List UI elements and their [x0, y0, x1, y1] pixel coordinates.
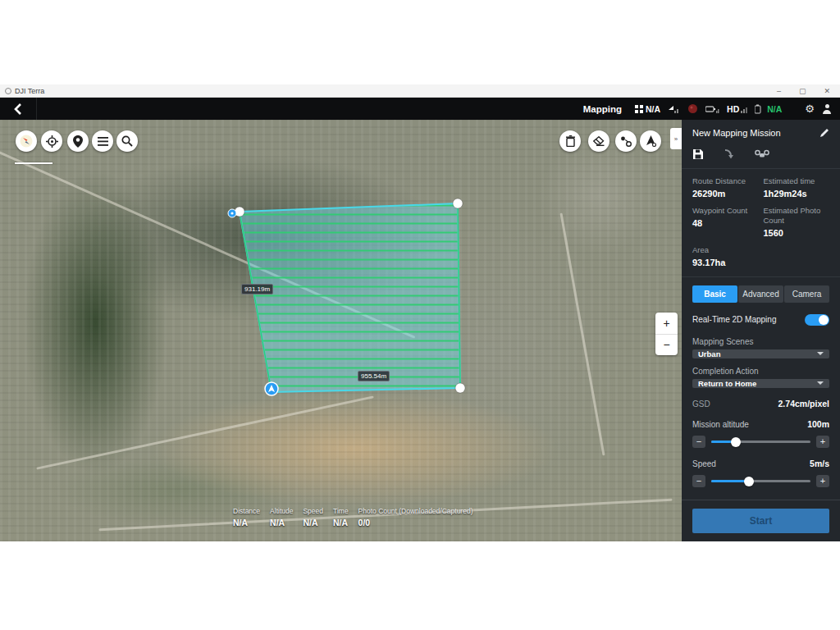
toolbar-separator: [36, 98, 37, 120]
route-start-dot: [231, 212, 233, 214]
rtk-status-value: N/A: [646, 104, 660, 114]
hd-link-status[interactable]: HD: [727, 104, 747, 114]
place-marker-button[interactable]: [67, 130, 89, 152]
satellite-map[interactable]: 931.19m 955.54m: [0, 120, 682, 541]
altitude-row: Mission altitude 100m: [682, 409, 840, 429]
search-button[interactable]: [116, 130, 138, 152]
mission-title: New Mapping Mission: [692, 128, 781, 138]
window-title: DJI Terra: [15, 87, 44, 95]
gsd-label: GSD: [692, 399, 710, 409]
drone-alert-status[interactable]: [687, 103, 698, 114]
mission-altitude-label: Mission altitude: [692, 420, 749, 429]
waypoint-nodes-icon: [620, 136, 632, 147]
upload-to-aircraft-button[interactable]: [755, 149, 769, 160]
top-toolbar: Mapping N/A: [0, 98, 840, 120]
mapping-scenes-value: Urban: [698, 349, 720, 358]
mission-area-polygon[interactable]: [240, 203, 460, 392]
speed-slider-track[interactable]: [711, 480, 810, 482]
save-mission-button[interactable]: [692, 148, 704, 160]
start-mission-button[interactable]: Start: [692, 509, 829, 533]
map-scale-bar: [15, 162, 52, 164]
import-route-button[interactable]: [724, 148, 735, 160]
rc-signal-icon: [668, 104, 680, 114]
telemetry-altitude: Altitude N/A: [270, 507, 293, 527]
minimize-button[interactable]: –: [777, 84, 781, 98]
trash-icon: [566, 135, 575, 147]
polygon-vertex-handle[interactable]: [455, 383, 465, 393]
mapping-scenes-select[interactable]: Urban: [692, 349, 829, 358]
completion-action-label: Completion Action: [682, 358, 840, 379]
link-status[interactable]: N/A: [755, 104, 782, 114]
mission-panel: New Mapping Mission: [682, 120, 840, 541]
search-icon: [121, 135, 133, 147]
back-button[interactable]: [0, 98, 36, 120]
compass-button[interactable]: [16, 130, 37, 152]
close-button[interactable]: ✕: [824, 84, 830, 98]
hd-signal-bars-icon: [741, 104, 747, 114]
rc-signal-status[interactable]: [668, 104, 680, 114]
speed-increase-button[interactable]: +: [816, 475, 829, 487]
delete-area-button[interactable]: [559, 130, 581, 152]
rtk-status[interactable]: N/A: [634, 104, 660, 114]
zoom-in-button[interactable]: +: [655, 313, 678, 335]
chevron-down-icon: [817, 352, 824, 355]
home-location-marker[interactable]: [265, 382, 278, 395]
altitude-decrease-button[interactable]: −: [692, 436, 705, 448]
account-person-icon[interactable]: [822, 104, 832, 114]
altitude-slider-handle[interactable]: [731, 437, 741, 447]
completion-action-select[interactable]: Return to Home: [692, 379, 829, 388]
telemetry-bar: Distance N/A Altitude N/A Speed N/A Time…: [233, 507, 472, 527]
tab-advanced[interactable]: Advanced: [738, 285, 783, 303]
edit-pencil-icon[interactable]: [819, 128, 829, 138]
stat-route-distance: Route Distance 26290m: [692, 176, 759, 199]
waypoint-edit-button[interactable]: [615, 130, 637, 152]
rtk-grid-icon: [634, 104, 644, 114]
mission-mode-label: Mapping: [583, 104, 622, 114]
aircraft-icon: [646, 135, 656, 147]
mapping-scenes-label: Mapping Scenes: [682, 329, 840, 349]
realtime-2d-mapping-label: Real-Time 2D Mapping: [692, 315, 776, 324]
list-icon: [98, 137, 108, 146]
speed-decrease-button[interactable]: −: [692, 475, 705, 487]
edge-length-tag: 931.19m: [241, 284, 273, 294]
speed-slider: − +: [682, 468, 840, 487]
locate-aircraft-button[interactable]: [640, 130, 661, 152]
gsd-value: 2.74cm/pixel: [778, 399, 829, 409]
hd-label: HD: [727, 104, 739, 114]
speed-slider-handle[interactable]: [744, 477, 754, 486]
speed-value: 5m/s: [810, 459, 829, 468]
battery-icon: [705, 104, 719, 114]
polygon-vertex-handle[interactable]: [453, 199, 463, 208]
tab-camera[interactable]: Camera: [784, 285, 829, 303]
completion-action-value: Return to Home: [698, 379, 756, 388]
settings-tabs: Basic Advanced Camera: [692, 285, 829, 303]
settings-gear-icon[interactable]: ⚙: [805, 98, 815, 120]
panel-collapse-handle[interactable]: »: [670, 128, 682, 149]
realtime-2d-mapping-toggle[interactable]: [805, 314, 829, 326]
maximize-button[interactable]: ▢: [799, 84, 806, 98]
map-zoom-control: + −: [655, 313, 678, 355]
altitude-slider-track[interactable]: [711, 441, 810, 443]
zoom-out-button[interactable]: −: [655, 335, 678, 356]
back-chevron-icon: [14, 103, 22, 115]
link-status-value: N/A: [767, 104, 782, 114]
compass-icon: [20, 135, 33, 148]
locate-button[interactable]: [41, 130, 62, 152]
locate-crosshair-icon: [46, 135, 58, 148]
telemetry-speed: Speed N/A: [303, 507, 323, 527]
map-pin-icon: [73, 135, 83, 148]
telemetry-time: Time N/A: [333, 507, 349, 527]
chevron-down-icon: [817, 381, 824, 385]
tab-basic[interactable]: Basic: [692, 285, 737, 303]
gsd-row: GSD 2.74cm/pixel: [682, 388, 840, 409]
dji-terra-window: DJI Terra – ▢ ✕ Mapping: [0, 84, 840, 541]
mission-altitude-value: 100m: [807, 419, 829, 429]
mission-overlay: [0, 120, 682, 541]
erase-button[interactable]: [588, 130, 609, 152]
battery-status[interactable]: [705, 104, 719, 114]
layers-list-button[interactable]: [92, 130, 113, 152]
stat-estimated-time: Estimated time 1h29m24s: [764, 176, 830, 199]
edge-length-tag: 955.54m: [358, 371, 390, 381]
altitude-increase-button[interactable]: +: [816, 436, 829, 448]
mission-actions-row: [682, 143, 840, 169]
